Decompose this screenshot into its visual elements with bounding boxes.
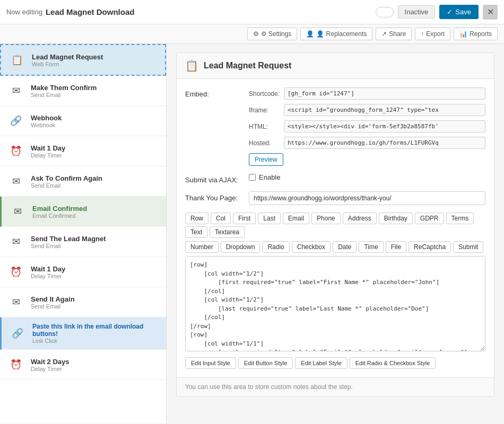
step-item-email-confirmed[interactable]: ✉ Email Confirmed Email Confirmed bbox=[0, 197, 166, 227]
step-item-wait-1-day-2[interactable]: ⏰ Wait 1 Day Delay Timer bbox=[0, 257, 166, 287]
step-info: Webhook Webhook bbox=[31, 114, 160, 128]
reports-button[interactable]: 📊 Reports bbox=[454, 28, 498, 40]
share-button[interactable]: ↗ Share bbox=[376, 28, 412, 40]
html-row: HTML: bbox=[249, 120, 485, 132]
share-label: Share bbox=[389, 30, 406, 38]
toolbar: ⚙ ⚙ Settings 👤 👤 Replacements ↗ Share ↑ … bbox=[0, 24, 504, 44]
field-btn-terms[interactable]: Terms bbox=[446, 213, 474, 224]
edit-button-style-btn[interactable]: Edit Button Style bbox=[238, 357, 293, 369]
hosted-row: Hosted: bbox=[249, 137, 485, 149]
webhook-icon: 🔗 bbox=[6, 111, 25, 130]
field-btn-time[interactable]: Time bbox=[359, 241, 383, 253]
hosted-input[interactable] bbox=[284, 137, 485, 149]
edit-input-style-btn[interactable]: Edit Input Style bbox=[185, 357, 236, 369]
embed-label: Embed: bbox=[185, 87, 244, 98]
email-icon: ✉ bbox=[6, 172, 25, 191]
step-name: Make Them Confirm bbox=[31, 84, 160, 92]
field-btn-dropdown[interactable]: Dropdown bbox=[221, 241, 260, 253]
field-btn-last[interactable]: Last bbox=[258, 213, 281, 224]
step-type: Send Email bbox=[31, 182, 160, 189]
step-type: Email Confirmed bbox=[32, 213, 160, 219]
field-btn-row[interactable]: Row bbox=[185, 213, 208, 224]
step-item-send-it-again[interactable]: ✉ Send It Again Send Email bbox=[0, 287, 166, 317]
shortcode-row: Shortcode: bbox=[249, 87, 485, 100]
preview-button[interactable]: Preview bbox=[249, 153, 283, 166]
step-item-webhook[interactable]: 🔗 Webhook Webhook bbox=[0, 106, 166, 136]
shortcode-input[interactable] bbox=[284, 87, 485, 100]
save-button[interactable]: ✓ ✓ Save Save bbox=[439, 5, 479, 19]
notes-placeholder: You can use this area to store custom no… bbox=[185, 383, 353, 391]
export-button[interactable]: ↑ Export bbox=[415, 28, 450, 40]
ajax-row: Submit via AJAX: Enable bbox=[185, 173, 485, 184]
active-toggle[interactable] bbox=[376, 7, 394, 17]
field-btn-recaptcha[interactable]: ReCaptcha bbox=[409, 241, 451, 253]
step-type: Webhook bbox=[31, 122, 160, 128]
edit-label-style-btn[interactable]: Edit Label Style bbox=[295, 357, 347, 369]
code-editor[interactable]: [row] [col width="1/2"] [first required=… bbox=[185, 256, 485, 351]
editing-title: Lead Magnet Download bbox=[46, 7, 135, 16]
ajax-checkbox-row: Enable bbox=[249, 173, 485, 181]
step-item-send-lead-magnet[interactable]: ✉ Send The Lead Magnet Send Email bbox=[0, 227, 166, 257]
field-btn-textarea[interactable]: Textarea bbox=[210, 226, 245, 238]
edit-radio-checkbox-style-btn[interactable]: Edit Radio & Checkbox Style bbox=[350, 357, 436, 369]
step-name: Wait 1 Day bbox=[31, 144, 160, 152]
field-btn-phone[interactable]: Phone bbox=[311, 213, 341, 224]
field-btn-first[interactable]: First bbox=[233, 213, 256, 224]
field-btn-address[interactable]: Address bbox=[343, 213, 377, 224]
timer-icon: ⏰ bbox=[6, 142, 25, 161]
step-item-lead-magnet-request[interactable]: 📋 Lead Magnet Request Web Form bbox=[0, 44, 166, 76]
card-header-icon: 📋 bbox=[185, 59, 198, 72]
step-name: Send The Lead Magnet bbox=[31, 235, 160, 243]
step-type: Web Form bbox=[32, 61, 159, 67]
top-bar: Now editing Lead Magnet Download Inactiv… bbox=[0, 0, 504, 24]
field-btn-date[interactable]: Date bbox=[333, 241, 357, 253]
field-btn-radio[interactable]: Radio bbox=[262, 241, 289, 253]
step-name: Wait 1 Day bbox=[31, 265, 160, 273]
step-item-ask-to-confirm-again[interactable]: ✉ Ask To Confirm Again Send Email bbox=[0, 166, 166, 197]
field-btn-gdpr[interactable]: GDPR bbox=[415, 213, 444, 224]
step-type: Delay Timer bbox=[31, 366, 160, 372]
field-btn-email[interactable]: Email bbox=[283, 213, 309, 224]
replacements-button[interactable]: 👤 👤 Replacements bbox=[300, 28, 372, 40]
html-input[interactable] bbox=[284, 120, 485, 132]
sidebar: 📋 Lead Magnet Request Web Form ✉ Make Th… bbox=[0, 44, 167, 423]
hosted-label: Hosted: bbox=[249, 139, 281, 147]
preview-label: Preview bbox=[255, 156, 277, 163]
step-item-wait-1-day-1[interactable]: ⏰ Wait 1 Day Delay Timer bbox=[0, 136, 166, 166]
thankyou-label: Thank You Page: bbox=[185, 191, 244, 202]
field-btn-submit[interactable]: Submit bbox=[453, 241, 483, 253]
step-info: Wait 1 Day Delay Timer bbox=[31, 144, 160, 158]
email-confirmed-icon: ✉ bbox=[8, 202, 27, 221]
replacements-label: 👤 Replacements bbox=[316, 30, 367, 38]
main-layout: 📋 Lead Magnet Request Web Form ✉ Make Th… bbox=[0, 44, 504, 423]
field-btn-file[interactable]: File bbox=[386, 241, 406, 253]
thankyou-content bbox=[249, 191, 485, 205]
field-btn-text[interactable]: Text bbox=[185, 226, 207, 238]
step-info: Wait 2 Days Delay Timer bbox=[31, 358, 160, 372]
field-btn-birthday[interactable]: Birthday bbox=[379, 213, 413, 224]
step-type: Link Click bbox=[32, 338, 160, 344]
html-label: HTML: bbox=[249, 123, 281, 130]
user-icon: 👤 bbox=[306, 30, 314, 38]
settings-button[interactable]: ⚙ ⚙ Settings bbox=[247, 28, 298, 40]
iframe-input[interactable] bbox=[284, 104, 485, 116]
step-info: Make Them Confirm Send Email bbox=[31, 84, 160, 98]
ajax-content: Enable bbox=[249, 173, 485, 181]
email-icon: ✉ bbox=[6, 293, 25, 312]
step-name: Ask To Confirm Again bbox=[31, 174, 160, 182]
ajax-checkbox[interactable] bbox=[249, 174, 256, 181]
step-card: 📋 Lead Magnet Request Embed: Shortcode: bbox=[176, 52, 494, 397]
notes-area: You can use this area to store custom no… bbox=[177, 377, 494, 396]
field-btn-col[interactable]: Col bbox=[211, 213, 231, 224]
field-buttons-row-2: Number Dropdown Radio Checkbox Date Time… bbox=[185, 241, 485, 253]
step-item-wait-2-days[interactable]: ⏰ Wait 2 Days Delay Timer bbox=[0, 350, 166, 380]
step-item-make-them-confirm[interactable]: ✉ Make Them Confirm Send Email bbox=[0, 76, 166, 106]
field-btn-number[interactable]: Number bbox=[185, 241, 219, 253]
inactive-label: Inactive bbox=[398, 5, 436, 19]
step-type: Send Email bbox=[31, 92, 160, 98]
thankyou-input[interactable] bbox=[249, 191, 485, 205]
close-button[interactable]: ✕ bbox=[483, 5, 498, 20]
step-item-paste-link[interactable]: 🔗 Paste this link in the email download … bbox=[0, 317, 166, 350]
field-btn-checkbox[interactable]: Checkbox bbox=[292, 241, 331, 253]
step-name: Email Confirmed bbox=[32, 205, 160, 213]
